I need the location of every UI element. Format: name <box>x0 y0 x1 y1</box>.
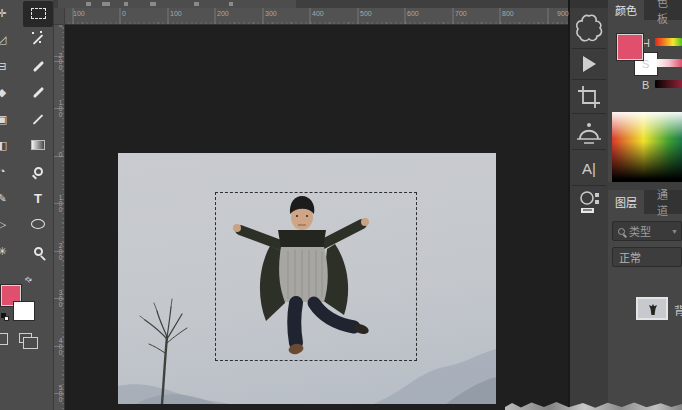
ruler-label: 800 <box>502 10 514 17</box>
options-bar-segment <box>58 0 296 8</box>
ruler-label: 900 <box>557 10 569 17</box>
photoshop-window: ✛ ◿ ⊟ ◆ ▣ ◧ ◔ ✎ T <box>0 0 682 410</box>
actions-panel-icon[interactable] <box>570 50 608 78</box>
hue-slider[interactable] <box>655 38 682 46</box>
tools-panel: ✛ ◿ ⊟ ◆ ▣ ◧ ◔ ✎ T <box>0 0 54 410</box>
layer-filter-box[interactable]: 类型 ▼ <box>612 221 682 241</box>
color-spectrum-picker[interactable] <box>612 112 682 182</box>
brightness-slider[interactable] <box>655 80 682 88</box>
magic-wand-tool-icon[interactable] <box>27 28 49 50</box>
dodge-tool-icon[interactable] <box>27 160 49 182</box>
ruler-label: 200 <box>55 52 64 70</box>
eyedropper-tool-icon[interactable] <box>27 55 49 77</box>
tab-layers[interactable]: 图层 <box>608 190 644 214</box>
background-color-swatch[interactable] <box>13 301 35 321</box>
options-glyph <box>102 2 110 6</box>
type-tool-icon[interactable]: T <box>27 187 49 209</box>
healing-brush-tool-icon[interactable]: ◆ <box>0 81 12 103</box>
crop-tool-icon[interactable]: ⊟ <box>0 55 12 77</box>
options-bar <box>54 0 570 8</box>
layer-filter-label: 类型 <box>629 223 651 239</box>
tab-swatches[interactable]: 色板 <box>650 0 682 20</box>
layer-thumbnail[interactable] <box>636 297 668 320</box>
tab-color[interactable]: 颜色 <box>608 0 644 20</box>
adjustments-panel-icon[interactable] <box>570 116 608 148</box>
ruler-label: 0 <box>55 151 64 157</box>
ruler-label: 400 <box>312 10 324 17</box>
move-tool-icon[interactable]: ✛ <box>0 2 12 24</box>
collapsed-panels-strip: A| <box>570 0 608 410</box>
ruler-label: 100 <box>55 194 64 212</box>
options-glyph <box>150 2 156 6</box>
pen-tool-icon[interactable]: ✎ <box>0 187 12 209</box>
blend-mode-dropdown[interactable]: 正常 <box>612 247 682 267</box>
mixer-brush-tool-icon[interactable] <box>27 108 49 130</box>
swap-colors-icon[interactable]: ⇄ <box>23 274 34 285</box>
chevron-down-icon: ▼ <box>671 228 678 235</box>
screen-mode-icon[interactable] <box>19 333 32 343</box>
panel-foreground-swatch[interactable] <box>617 34 643 60</box>
zoom-tool-icon[interactable] <box>27 240 49 262</box>
default-colors-icon[interactable] <box>1 313 10 321</box>
ruler-label: 100 <box>170 10 182 17</box>
options-glyph <box>194 2 199 6</box>
layer-name[interactable]: 背 <box>674 302 682 318</box>
brush-tool-icon[interactable] <box>27 81 49 103</box>
options-glyph <box>86 2 91 6</box>
ruler-corner <box>54 8 65 25</box>
options-glyph <box>229 2 233 6</box>
ellipse-shape-tool-icon[interactable] <box>27 213 49 235</box>
shape-panel-icon[interactable] <box>570 10 608 46</box>
ruler-label: 100 <box>55 99 64 117</box>
ruler-label: 500 <box>55 384 64 402</box>
saturation-slider-label: S <box>642 58 649 70</box>
ruler-label: 400 <box>55 337 64 355</box>
panels-column: 颜色 色板 H S B 图层 通道 类型 ▼ 正常 锁定: <box>608 0 682 410</box>
crop-panel-icon[interactable] <box>570 82 608 112</box>
saturation-slider[interactable] <box>655 59 682 67</box>
ruler-label: 100 <box>73 10 85 17</box>
ruler-label: 500 <box>360 10 372 17</box>
vertical-ruler: 300 200 100 0 100 200 300 400 500 <box>54 25 65 410</box>
ruler-label: 300 <box>55 289 64 307</box>
blend-mode-value: 正常 <box>619 249 641 265</box>
plugins-panel-icon[interactable] <box>570 188 608 218</box>
ruler-label: 200 <box>55 242 64 260</box>
ruler-label: 700 <box>455 10 467 17</box>
quick-mask-icon[interactable] <box>0 333 8 345</box>
ruler-label: 0 <box>122 10 126 17</box>
gradient-tool-icon[interactable] <box>27 134 49 156</box>
search-icon <box>618 228 625 235</box>
color-panel-tabbar: 颜色 色板 <box>608 0 682 20</box>
ruler-label: 300 <box>265 10 277 17</box>
brightness-slider-label: B <box>642 79 649 91</box>
hue-slider-label: H <box>642 37 650 49</box>
clone-stamp-tool-icon[interactable]: ▣ <box>0 108 12 130</box>
lasso-tool-icon[interactable]: ◿ <box>0 28 12 50</box>
options-glyph <box>124 2 128 6</box>
thumbnail-figure <box>649 304 657 315</box>
document-canvas[interactable] <box>118 153 496 404</box>
horizontal-ruler: 100 0 100 200 300 400 500 600 700 800 90… <box>65 8 568 25</box>
hand-tool-icon[interactable]: ✳ <box>0 240 12 262</box>
layers-panel-tabbar: 图层 通道 <box>608 190 682 214</box>
tab-channels[interactable]: 通道 <box>650 190 682 214</box>
blur-tool-icon[interactable]: ◔ <box>0 160 12 182</box>
eraser-tool-icon[interactable]: ◧ <box>0 134 12 156</box>
path-select-tool-icon[interactable]: ▷ <box>0 213 12 235</box>
rectangular-marquee-tool-icon[interactable] <box>27 2 49 24</box>
ruler-label: 600 <box>407 10 419 17</box>
character-panel-icon[interactable]: A| <box>570 152 608 184</box>
selection-marquee[interactable] <box>215 192 417 361</box>
ruler-label: 200 <box>217 10 229 17</box>
